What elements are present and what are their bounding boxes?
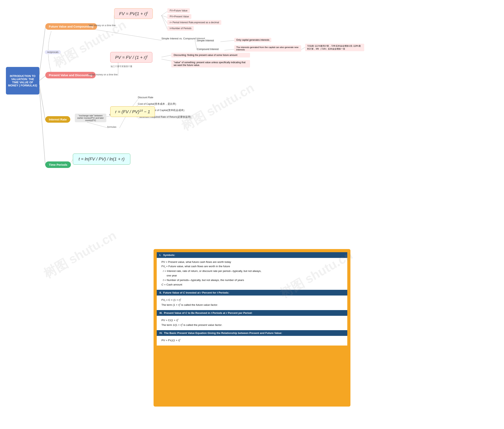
section-symbols-content: PV = Present value, what future cash flo… <box>157 258 347 290</box>
section-symbols: I. Symbols: PV = Present value, what fut… <box>157 252 347 290</box>
node-interest-rate: Interest Rate <box>45 116 70 123</box>
label-reciprocals: reciprocals <box>45 50 61 54</box>
section-present-value-header: III. Present Value of C to Be Received i… <box>157 310 347 316</box>
svg-line-14 <box>161 55 171 57</box>
section-pv-fv-relationship: IV. The Basic Present Value Equation Giv… <box>157 330 347 346</box>
section-present-value: III. Present Value of C to Be Received i… <box>157 310 347 330</box>
svg-line-10 <box>161 15 167 23</box>
svg-line-3 <box>39 89 45 165</box>
svg-line-25 <box>221 40 234 42</box>
example-cost-capital: Cost of Capital(资本成本，是比率) <box>138 102 176 106</box>
svg-line-0 <box>39 27 45 75</box>
central-node: INTRODUCTION TO VALUATION: THE TIME VALU… <box>6 67 39 95</box>
watermark-3: 树图 shutu.cn <box>41 227 120 283</box>
section-future-value-header: II. Future Value of C Invested at r Perc… <box>157 290 347 295</box>
yellow-frame: I. Symbols: PV = Present value, what fut… <box>154 249 350 407</box>
formula-time-periods: t = ln(FV / PV) / ln(1 + r) <box>73 153 130 165</box>
formula-present-value: PV = FV / (1 + r)t <box>110 52 152 63</box>
info-compound-detail: The interests genrated from the capital … <box>234 45 301 52</box>
example-discount-rate: Discount Rate <box>138 96 153 99</box>
svg-line-27 <box>301 47 305 50</box>
section-present-value-content: PV = C/(1 + r)t The term 1/(1 + r)t is c… <box>157 316 347 330</box>
section-symbols-header: I. Symbols: <box>157 252 347 258</box>
mindmap-area: INTRODUCTION TO VALUATION: THE TIME VALU… <box>0 0 504 226</box>
info-fv-value: FV=Future Value <box>167 8 190 13</box>
connector-lines <box>0 0 504 226</box>
node-time-periods: Time Periods <box>45 161 71 168</box>
svg-line-23 <box>195 40 197 41</box>
info-r-value: r= Period Interest Rate,expressed as a d… <box>167 20 221 25</box>
svg-line-26 <box>224 49 234 50</box>
svg-line-1 <box>39 76 45 81</box>
section-pv-fv-content: PV = FVt/(1 + r)t <box>157 336 347 346</box>
svg-line-9 <box>161 15 167 17</box>
label-later-money: later money on a time line <box>88 24 115 27</box>
label-exchange-rate: "exchange rate" between earlier money(PV… <box>75 114 106 122</box>
watermark-2: 树图 shutu.cn <box>178 79 257 135</box>
bottom-section: 树图 shutu.cn 树图 shutu.cn I. Symbols: PV =… <box>0 226 504 429</box>
info-discounting: Discounting: finding the present value o… <box>171 53 250 57</box>
info-simple-only: Only capital generates interests <box>234 38 271 42</box>
section-future-value-content: FVt = C × (1 + r)t The term (1 + r)t is … <box>157 295 347 310</box>
info-72-rule: 72法则: 以1%复利计算，72年后本金会增加1倍; 以8%复利计算，9年（72… <box>305 44 364 51</box>
info-pv-value: PV=Present Value <box>167 14 191 19</box>
info-value-of: "value" of something: present value unle… <box>171 60 250 68</box>
section-pv-fv-header: IV. The Basic Present Value Equation Giv… <box>157 330 347 336</box>
label-earlier-money: earlier money on a time line <box>88 73 117 76</box>
label-three-know: 知三个量可求第四个量 <box>111 65 132 68</box>
node-simple-interest: Simple Interest <box>197 39 214 42</box>
node-compound-interest: Compound Interest <box>197 48 219 51</box>
section-future-value: II. Future Value of C Invested at r Perc… <box>157 290 347 310</box>
info-t-value: t=Number of Periods <box>167 26 194 31</box>
svg-line-2 <box>39 85 45 120</box>
svg-line-8 <box>161 11 167 15</box>
svg-line-15 <box>161 59 171 61</box>
formula-future-value: FV = PV(1 + r)t <box>114 8 153 19</box>
label-formulas: formulas <box>107 125 116 128</box>
svg-line-24 <box>195 40 197 50</box>
formula-interest-rate: r = (FV / PV)1/t − 1 <box>110 106 155 117</box>
svg-line-11 <box>161 15 167 29</box>
node-present-value: Present Value and Discounting <box>45 72 96 78</box>
